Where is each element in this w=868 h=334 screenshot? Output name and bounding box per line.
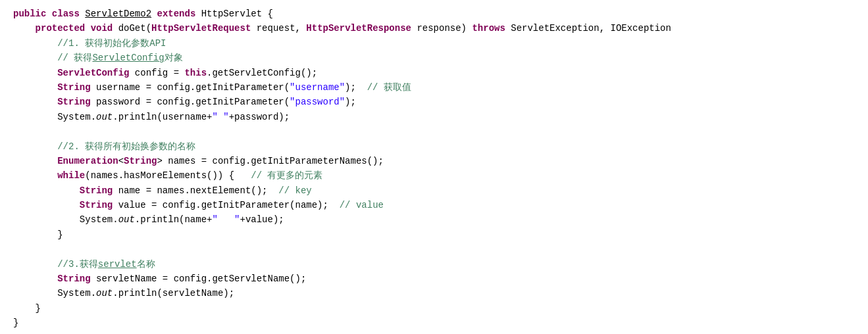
code-line-13: String name = names.nextElement(); // ke… (0, 183, 868, 198)
code-line-19: String servletName = config.getServletNa… (0, 272, 868, 286)
keyword-this: this (184, 66, 207, 80)
code-line-15: System. out .println(name+ " " +value); (0, 212, 868, 227)
code-line-6: String username = config.getInitParamete… (0, 80, 868, 95)
keyword-void: void (91, 21, 113, 36)
param-name-request: request (257, 21, 295, 36)
exception-servlet: ServletException (511, 21, 599, 36)
comment-key: // key (278, 183, 311, 198)
code-line-3: //1. 获得初始化参数API (0, 36, 868, 51)
string-space-1: " " (212, 110, 228, 124)
comment-3: //2. 获得所有初始换参数的名称 (57, 139, 195, 154)
comment-1: //1. 获得初始化参数API (57, 36, 166, 51)
code-line-14: String value = config.getInitParameter(n… (0, 198, 868, 212)
type-enumeration: Enumeration (57, 154, 118, 168)
code-line-21: } (0, 301, 868, 316)
keyword-class: class (52, 7, 80, 21)
out-keyword-1: out (96, 110, 113, 124)
string-username: "username" (290, 80, 345, 95)
code-line-22: } (0, 316, 868, 330)
comment-4-underline: servlet (98, 257, 137, 272)
type-string-3: String (124, 154, 157, 168)
out-keyword-2: out (118, 212, 135, 227)
code-line-2: protected void doGet ( HttpServletReques… (0, 21, 868, 36)
code-line-16: } (0, 227, 868, 242)
code-line-1: public class ServletDemo2 extends HttpSe… (0, 7, 868, 21)
exception-io: IOException (610, 21, 671, 36)
code-line-11: Enumeration < String > names = config.ge… (0, 154, 868, 168)
code-editor: public class ServletDemo2 extends HttpSe… (0, 0, 868, 334)
code-line-7: String password = config.getInitParamete… (0, 95, 868, 109)
param-type-response: HttpServletResponse (306, 21, 411, 36)
code-line-10: //2. 获得所有初始换参数的名称 (0, 139, 868, 154)
comment-2-underline: ServletConfig (92, 51, 164, 65)
system-out-1: System. (57, 110, 96, 124)
type-string-1: String (57, 80, 90, 95)
comment-value: // value (340, 198, 384, 212)
code-line-5: ServletConfig config = this .getServletC… (0, 66, 868, 80)
code-line-9 (0, 124, 868, 139)
param-type-request: HttpServletRequest (151, 21, 251, 36)
type-string-2: String (57, 95, 90, 109)
comment-2b: 对象 (165, 51, 183, 65)
type-string-6: String (57, 272, 90, 286)
comment-getvalue: // 获取值 (367, 80, 411, 95)
code-line-18: //3.获得 servlet 名称 (0, 257, 868, 272)
system-out-2: System. (80, 212, 118, 227)
keyword-public: public (13, 7, 46, 21)
keyword-throws: throws (472, 21, 505, 36)
param-name-response: response (417, 21, 461, 36)
method-doget: doGet (118, 21, 146, 36)
out-keyword-3: out (96, 286, 113, 300)
type-string-5: String (80, 198, 113, 212)
code-line-20: System. out .println(servletName); (0, 286, 868, 300)
comment-more-elements: // 有更多的元素 (251, 168, 322, 183)
code-line-12: while (names.hasMoreElements()) { // 有更多… (0, 168, 868, 183)
comment-4a: //3.获得 (57, 257, 98, 272)
keyword-while: while (57, 168, 85, 183)
type-servletconfig: ServletConfig (57, 66, 129, 80)
keyword-extends: extends (157, 7, 195, 21)
comment-4b: 名称 (137, 257, 155, 272)
code-line-17 (0, 242, 868, 256)
system-out-3: System. (57, 286, 96, 300)
string-password: "password" (290, 95, 345, 109)
code-line-4: // 获得 ServletConfig 对象 (0, 51, 868, 65)
type-string-4: String (80, 183, 113, 198)
comment-2: // 获得 (57, 51, 92, 65)
code-line-8: System. out .println(username+ " " +pass… (0, 110, 868, 124)
class-name: ServletDemo2 (85, 7, 151, 21)
keyword-protected: protected (36, 21, 86, 36)
superclass-name: HttpServlet (201, 7, 262, 21)
string-space-2: " " (212, 212, 240, 227)
